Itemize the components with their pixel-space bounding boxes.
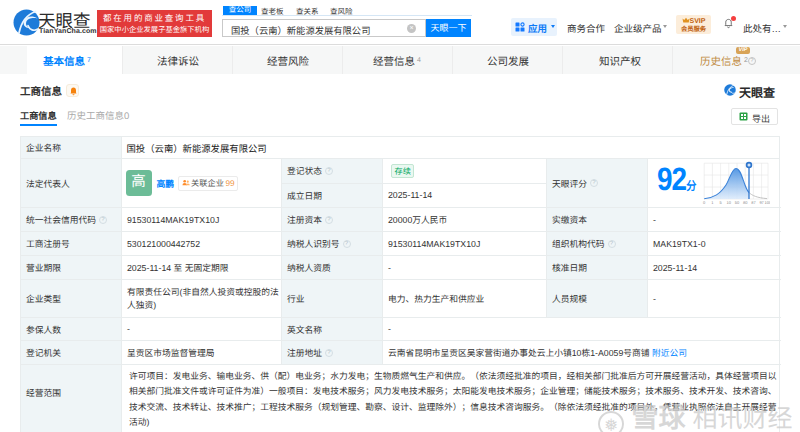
svg-text:100: 100 [765,200,771,205]
svg-text:5: 5 [720,200,723,205]
svg-text:0: 0 [703,200,706,205]
svg-text:1: 1 [711,200,714,205]
svg-text:87: 87 [751,200,756,205]
svg-text:80: 80 [743,200,748,205]
svg-text:10: 10 [727,200,732,205]
svg-text:50: 50 [735,200,740,205]
